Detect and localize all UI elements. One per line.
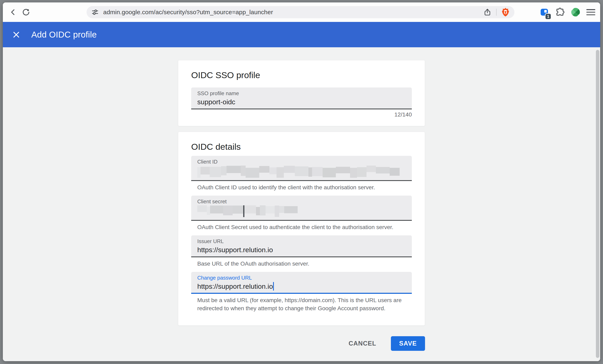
issuer-url-helper: Base URL of the OAuth authorisation serv…: [197, 260, 409, 268]
side-panel-badge: 1: [545, 13, 551, 20]
sso-profile-name-label: SSO profile name: [197, 90, 406, 96]
puzzle-extensions-icon[interactable]: [555, 7, 565, 17]
brave-shield-icon[interactable]: [501, 8, 510, 17]
reload-icon: [22, 8, 31, 17]
sso-profile-heading: OIDC SSO profile: [191, 70, 412, 80]
toolbar-divider: [496, 9, 497, 16]
client-id-label: Client ID: [197, 159, 406, 165]
sso-profile-name-value: support-oidc: [197, 98, 406, 106]
client-secret-redacted-value: [197, 205, 406, 218]
dialog-title: Add OIDC profile: [31, 30, 97, 40]
client-id-group: Client ID OAuth Client ID used to identi…: [191, 156, 412, 192]
share-icon[interactable]: [484, 8, 491, 16]
char-counter: 12/140: [191, 111, 412, 118]
oidc-details-heading: OIDC details: [191, 142, 412, 152]
issuer-url-value: https://support.relution.io: [197, 245, 406, 254]
cancel-button[interactable]: CANCEL: [347, 337, 378, 350]
toolbar-right-icons: 1: [540, 2, 595, 22]
text-cursor: [273, 282, 274, 291]
client-secret-group: Client secret OAuth Client Secret used t…: [191, 196, 412, 231]
change-password-url-label: Change password URL: [197, 275, 406, 281]
menu-button[interactable]: [586, 9, 595, 15]
client-secret-label: Client secret: [197, 199, 406, 205]
client-id-field[interactable]: Client ID: [191, 156, 412, 181]
change-password-url-value: https://support.relution.io: [197, 282, 406, 291]
dialog-header: Add OIDC profile: [3, 22, 600, 47]
issuer-url-label: Issuer URL: [197, 238, 406, 244]
browser-window: admin.google.com/ac/security/sso?utm_sou…: [3, 2, 600, 361]
side-panel-button[interactable]: 1: [540, 8, 549, 17]
close-icon: [13, 31, 20, 38]
issuer-url-field[interactable]: Issuer URL https://support.relution.io: [191, 235, 412, 257]
back-icon: [9, 8, 17, 16]
save-button[interactable]: SAVE: [391, 336, 425, 351]
client-id-helper: OAuth Client ID used to identify the cli…: [197, 183, 409, 192]
dialog-content: OIDC SSO profile SSO profile name suppor…: [3, 47, 600, 361]
scrollbar-thumb[interactable]: [596, 50, 599, 358]
url-text: admin.google.com/ac/security/sso?utm_sou…: [103, 9, 273, 16]
sso-profile-card: OIDC SSO profile SSO profile name suppor…: [178, 60, 425, 126]
browser-toolbar: admin.google.com/ac/security/sso?utm_sou…: [3, 2, 600, 22]
issuer-url-group: Issuer URL https://support.relution.io B…: [191, 235, 412, 268]
green-extension-icon[interactable]: [571, 8, 580, 17]
client-id-redacted-value: [197, 165, 406, 178]
client-secret-field[interactable]: Client secret: [191, 196, 412, 221]
close-button[interactable]: [10, 28, 23, 41]
sso-profile-name-field[interactable]: SSO profile name support-oidc: [191, 88, 412, 109]
change-password-url-field[interactable]: Change password URL https://support.relu…: [191, 272, 412, 294]
action-buttons: CANCEL SAVE: [178, 336, 425, 351]
tune-icon: [92, 9, 99, 16]
back-button[interactable]: [7, 2, 19, 22]
change-password-url-group: Change password URL https://support.relu…: [191, 272, 412, 312]
oidc-details-card: OIDC details Client ID OAuth Client ID u…: [178, 132, 425, 326]
reload-button[interactable]: [20, 2, 32, 22]
url-bar[interactable]: admin.google.com/ac/security/sso?utm_sou…: [87, 6, 514, 18]
change-password-url-helper: Must be a valid URL (for example, https:…: [197, 296, 409, 312]
client-secret-helper: OAuth Client Secret used to authenticate…: [197, 223, 409, 231]
